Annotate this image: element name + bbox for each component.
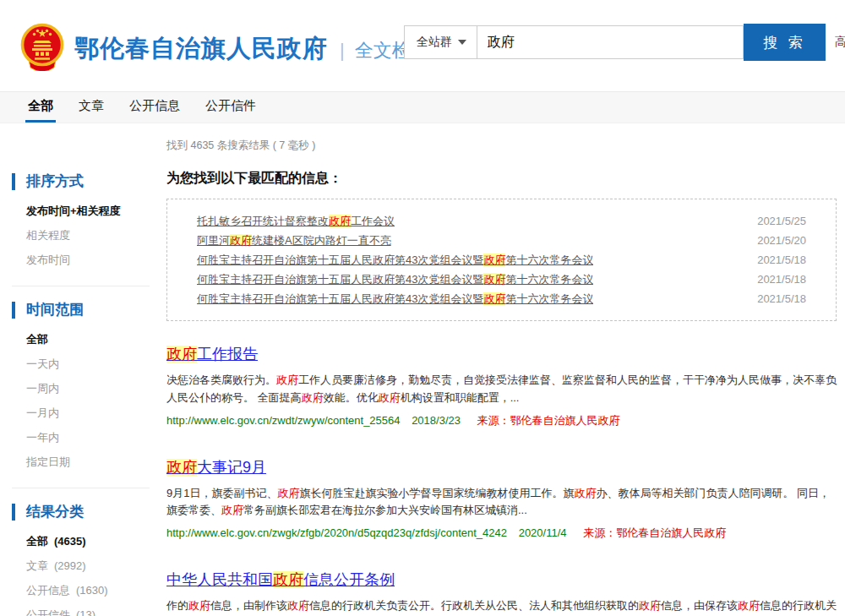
list-item: 何胜宝主持召开自治旗第十五届人民政府第43次党组会议暨政府第十六次常务会议 20… [197,250,806,270]
sort-item-time[interactable]: 发布时间 [26,248,166,272]
time-item-week[interactable]: 一周内 [26,376,166,401]
search-result: 政府大事记9月 9月1日，旗委副书记、政府旗长何胜宝赴旗实验小学督导国家统编教材… [166,457,837,542]
best-match-heading: 为您找到以下最匹配的信息： [166,170,837,188]
result-count-text: 找到 4635 条搜索结果 ( 7 毫秒 ) [166,139,845,153]
result-snippet: 决惩治各类腐败行为。政府工作人员要廉洁修身，勤勉尽责，自觉接受法律监督、监察监督… [166,372,837,407]
result-title-link[interactable]: 政府工作报告 [166,344,258,364]
category-count: (1630) [76,584,108,597]
list-item: 阿里河政府统建楼A区院内路灯一直不亮 2021/5/20 [197,231,806,250]
time-item-day[interactable]: 一天内 [26,352,166,376]
search-scope-select[interactable]: 全站群 [404,25,477,59]
result-source: 来源：鄂伦春自治旗人民政府 [583,526,726,539]
best-match-link[interactable]: 何胜宝主持召开自治旗第十五届人民政府第43次党组会议暨政府第十六次常务会议 [197,250,593,270]
advanced-search-link[interactable]: 高 [835,35,845,50]
best-match-link[interactable]: 何胜宝主持召开自治旗第十五届人民政府第43次党组会议暨政府第十六次常务会议 [197,270,593,289]
filter-sidebar: 排序方式 发布时间+相关程度 相关程度 发布时间 时间范围 全部 一天内 一周内… [0,170,166,616]
category-count: (4635) [54,535,86,548]
brand-divider: | [340,40,345,62]
tab-public-letters[interactable]: 公开信件 [203,92,259,123]
result-date: 2018/3/23 [412,414,461,427]
search-scope-label: 全站群 [417,35,452,50]
category-item-public-letters[interactable]: 公开信件(13) [26,602,166,616]
site-header: 鄂伦春自治旗人民政府 | 全文检索 全站群 搜 索 高 [0,0,845,91]
result-url[interactable]: http://www.elc.gov.cn/zwdt/zwyw/content_… [166,414,401,427]
result-url[interactable]: http://www.elc.gov.cn/zwgk/zfgb/2020n/d5… [166,526,507,539]
time-item-custom-date[interactable]: 指定日期 [26,450,166,474]
section-title-sort: 排序方式 [12,173,166,190]
best-match-date: 2021/5/18 [757,289,806,308]
best-match-link[interactable]: 何胜宝主持召开自治旗第十五届人民政府第43次党组会议暨政府第十六次常务会议 [197,289,593,308]
time-item-all[interactable]: 全部 [26,327,166,352]
result-snippet: 9月1日，旗委副书记、政府旗长何胜宝赴旗实验小学督导国家统编教材使用工作。旗政府… [166,485,837,521]
national-emblem-logo [18,22,67,71]
best-match-date: 2021/5/25 [757,211,806,231]
result-meta-line: http://www.elc.gov.cn/zwdt/zwyw/content_… [166,413,837,428]
section-title-category: 结果分类 [12,504,166,521]
search-result: 政府工作报告 决惩治各类腐败行为。政府工作人员要廉洁修身，勤勉尽责，自觉接受法律… [166,344,837,428]
sort-item-time-relevance[interactable]: 发布时间+相关程度 [26,199,166,223]
results-main: 为您找到以下最匹配的信息： 托扎敏乡召开统计督察整改政府工作会议 2021/5/… [166,170,845,616]
result-title-link[interactable]: 中华人民共和国政府信息公开条例 [166,570,395,590]
best-match-link[interactable]: 阿里河政府统建楼A区院内路灯一直不亮 [197,231,391,250]
brand: 鄂伦春自治旗人民政府 | 全文检索 [74,32,429,66]
sidebar-divider [12,488,150,488]
category-item-all[interactable]: 全部(4635) [26,529,166,553]
result-snippet: 作的政府信息，由制作该政府信息的行政机关负责公开。行政机关从公民、法人和其他组织… [166,597,837,616]
search-input[interactable] [477,25,744,59]
section-title-time-range: 时间范围 [12,302,166,319]
search-result: 中华人民共和国政府信息公开条例 作的政府信息，由制作该政府信息的行政机关负责公开… [166,570,837,616]
list-item: 何胜宝主持召开自治旗第十五届人民政府第43次党组会议暨政府第十六次常务会议 20… [197,289,806,308]
result-source: 来源：鄂伦春自治旗人民政府 [477,414,620,427]
category-item-articles[interactable]: 文章(2992) [26,553,166,578]
sidebar-divider [12,286,150,286]
best-match-date: 2021/5/18 [757,270,806,289]
result-meta-line: http://www.elc.gov.cn/zwgk/zfgb/2020n/d5… [166,526,837,541]
time-item-year[interactable]: 一年内 [26,425,166,450]
time-item-month[interactable]: 一月内 [26,401,166,425]
best-match-box: 托扎敏乡召开统计督察整改政府工作会议 2021/5/25 阿里河政府统建楼A区院… [166,199,837,321]
list-item: 何胜宝主持召开自治旗第十五届人民政府第43次党组会议暨政府第十六次常务会议 20… [197,270,806,289]
chevron-down-icon [458,40,466,45]
category-item-public-info[interactable]: 公开信息(1630) [26,578,166,602]
content: 排序方式 发布时间+相关程度 相关程度 发布时间 时间范围 全部 一天内 一周内… [0,170,845,616]
sort-item-relevance[interactable]: 相关程度 [26,223,166,248]
tab-all[interactable]: 全部 [25,92,56,123]
result-date: 2020/11/4 [519,526,567,539]
list-item: 托扎敏乡召开统计督察整改政府工作会议 2021/5/25 [197,211,806,231]
search-button[interactable]: 搜 索 [744,24,826,61]
category-count: (13) [76,608,95,616]
tab-public-info[interactable]: 公开信息 [127,92,183,123]
tab-articles[interactable]: 文章 [76,92,106,123]
result-type-tabbar: 全部 文章 公开信息 公开信件 [0,91,845,123]
best-match-date: 2021/5/18 [757,250,806,270]
site-title: 鄂伦春自治旗人民政府 [74,32,328,66]
best-match-date: 2021/5/20 [757,231,806,250]
best-match-link[interactable]: 托扎敏乡召开统计督察整改政府工作会议 [197,211,395,231]
category-count: (2992) [54,559,86,572]
result-title-link[interactable]: 政府大事记9月 [166,457,266,477]
search-bar: 全站群 搜 索 [404,25,826,59]
